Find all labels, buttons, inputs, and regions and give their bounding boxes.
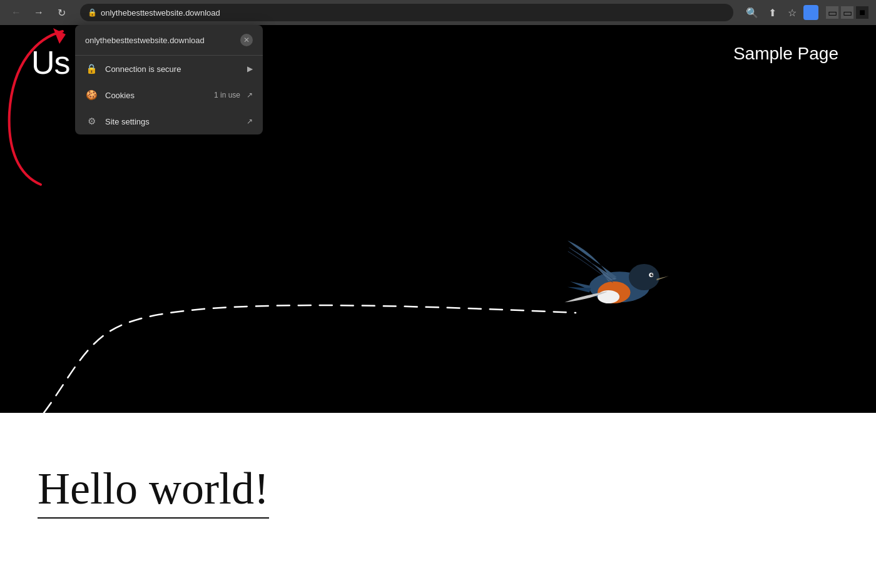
svg-point-2 [598, 290, 619, 303]
cookies-icon: 🍪 [85, 89, 98, 101]
site-settings-label: Site settings [105, 117, 239, 126]
hello-world-heading: Hello world! [38, 463, 269, 519]
cookies-item[interactable]: 🍪 Cookies 1 in use ↗ [75, 82, 263, 108]
connection-secure-item[interactable]: 🔒 Connection is secure ▶ [75, 56, 263, 82]
cookies-count: 1 in use ↗ [214, 91, 253, 99]
lock-icon: 🔒 [88, 8, 97, 17]
svg-point-3 [629, 264, 660, 290]
browser-chrome: ← → ↻ 🔒 onlythebesttestwebsite.download … [0, 0, 876, 25]
bookmark-button[interactable]: ☆ [783, 4, 801, 21]
svg-point-5 [650, 273, 653, 276]
forward-button[interactable]: → [30, 4, 48, 21]
window-controls: ▭ ▭ ■ [826, 6, 868, 19]
site-settings-ext-icon: ↗ [247, 117, 253, 126]
connection-secure-label: Connection is secure [105, 64, 240, 74]
dropdown-close-button[interactable]: ✕ [240, 34, 253, 46]
site-settings-item[interactable]: ⚙ Site settings ↗ [75, 108, 263, 134]
refresh-button[interactable]: ↻ [53, 4, 70, 21]
zoom-button[interactable]: 🔍 [743, 4, 761, 21]
dropdown-header: onlythebesttestwebsite.download ✕ [75, 25, 263, 56]
address-bar[interactable]: 🔒 onlythebesttestwebsite.download [80, 4, 733, 21]
url-text: onlythebesttestwebsite.download [101, 8, 220, 18]
settings-icon: ⚙ [85, 116, 98, 127]
svg-point-6 [652, 274, 653, 275]
cookies-label: Cookies [105, 91, 206, 100]
dropdown-title: onlythebesttestwebsite.download [85, 36, 205, 45]
white-section: Hello world! [0, 413, 876, 588]
share-button[interactable]: ⬆ [763, 4, 781, 21]
profile-button[interactable] [803, 5, 818, 20]
toolbar-right: 🔍 ⬆ ☆ ▭ ▭ ■ [743, 4, 868, 21]
lock-icon: 🔒 [85, 63, 98, 74]
minimize-button[interactable]: ▭ [826, 6, 838, 19]
back-button[interactable]: ← [8, 4, 25, 21]
bird-illustration [563, 238, 676, 325]
close-button[interactable]: ■ [856, 6, 868, 19]
maximize-button[interactable]: ▭ [841, 6, 853, 19]
site-info-dropdown: onlythebesttestwebsite.download ✕ 🔒 Conn… [75, 25, 263, 134]
connection-secure-chevron: ▶ [247, 64, 253, 73]
